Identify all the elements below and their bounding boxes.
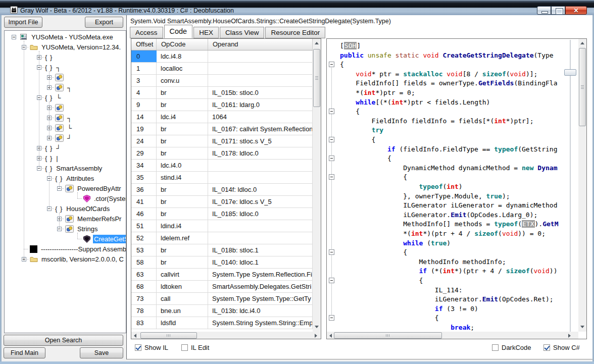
il-row-36[interactable]: 36brIL_014f: ldloc.0 bbox=[131, 184, 313, 196]
il-row-1[interactable]: 1localloc bbox=[131, 63, 313, 75]
find-main-button[interactable]: Find Main bbox=[4, 347, 45, 358]
il-row-63[interactable]: 63callvirtSystem.Type System.Reflection.… bbox=[131, 269, 313, 281]
il-row-58[interactable]: 58brIL_0140: ldloc.1 bbox=[131, 256, 313, 269]
il-row-0[interactable]: 0ldc.i4.8 bbox=[131, 50, 313, 63]
tree-item[interactable] bbox=[5, 72, 68, 82]
code-horizontal-scrollbar[interactable] bbox=[327, 332, 578, 339]
fold-collapse-icon[interactable] bbox=[329, 278, 334, 283]
il-hscroll-thumb[interactable] bbox=[140, 332, 197, 339]
il-row-19[interactable]: 19brIL_0167: callvirt System.Reflection.… bbox=[131, 123, 313, 135]
il-edit-checkbox[interactable]: IL Edit bbox=[181, 344, 209, 351]
checkbox-box[interactable] bbox=[181, 344, 188, 351]
tree-item-creategets[interactable]: CreateGetS bbox=[5, 234, 126, 244]
title-bar[interactable]: Gray Wolf - Beta - 6/2012 - v1.88 - Runt… bbox=[0, 0, 594, 15]
il-row-68[interactable]: 68ldtokenSmartAssembly.Delegates.GetStri bbox=[131, 281, 313, 293]
code-vertical-scrollbar[interactable] bbox=[578, 39, 586, 332]
code-vscroll-thumb[interactable] bbox=[579, 48, 586, 126]
tree-item-yusometa-version-12-34[interactable]: YUSoMeta, Version=12.34. bbox=[5, 42, 122, 52]
column-header-operand[interactable]: Operand bbox=[208, 39, 313, 50]
minimize-button[interactable] bbox=[537, 6, 551, 15]
tree-item-yusometa-yusometa-exe[interactable]: YUSoMeta - YUSoMeta.exe bbox=[5, 32, 114, 42]
il-row-3[interactable]: 3conv.u bbox=[131, 75, 313, 87]
opcode-cell: br bbox=[157, 123, 208, 135]
il-vertical-scrollbar[interactable] bbox=[313, 39, 321, 332]
fold-collapse-icon[interactable] bbox=[329, 315, 334, 321]
tab-class-view[interactable]: Class View bbox=[220, 27, 265, 38]
tree-item-support-assemb[interactable]: -----------------Support Assemb bbox=[5, 244, 126, 254]
import-file-button[interactable]: Import File bbox=[4, 17, 42, 28]
il-horizontal-scrollbar[interactable] bbox=[131, 332, 321, 339]
fold-collapse-icon[interactable] bbox=[329, 174, 334, 180]
save-button[interactable]: Save bbox=[80, 347, 123, 358]
il-row-9[interactable]: 9brIL_0161: ldarg.0 bbox=[131, 99, 313, 111]
il-row-35[interactable]: 35stind.i4 bbox=[131, 172, 313, 184]
tree-item-strings[interactable]: Strings bbox=[5, 224, 98, 234]
tree-item-houseofcards[interactable]: { }HouseOfCards bbox=[5, 203, 111, 214]
scroll-right-icon[interactable] bbox=[315, 334, 317, 338]
code-mini-splitter-thumb[interactable] bbox=[564, 69, 576, 76]
il-row-52[interactable]: 52ldelem.ref bbox=[131, 232, 313, 244]
close-button[interactable]: ✕ bbox=[565, 6, 587, 15]
tree-item[interactable] bbox=[5, 102, 68, 113]
checkbox-box[interactable] bbox=[492, 344, 499, 351]
column-header-opcode[interactable]: OpCode bbox=[157, 39, 208, 50]
checkbox-label: IL Edit bbox=[191, 344, 209, 351]
tree-item-[interactable]: { }| bbox=[5, 153, 59, 163]
fold-collapse-icon[interactable] bbox=[329, 137, 334, 142]
export-button[interactable]: Export bbox=[85, 17, 123, 28]
opcode-cell: ldc.i4 bbox=[157, 111, 208, 123]
class-icon bbox=[55, 114, 64, 122]
tab-hex[interactable]: HEX bbox=[193, 27, 219, 38]
code-line: { bbox=[340, 107, 563, 116]
scroll-up-icon[interactable] bbox=[315, 42, 319, 44]
scroll-down-icon[interactable] bbox=[315, 326, 319, 328]
fold-collapse-icon[interactable] bbox=[329, 249, 334, 255]
assembly-tree[interactable]: YUSoMeta - YUSoMeta.exeYUSoMeta, Version… bbox=[4, 30, 126, 333]
fold-collapse-icon[interactable] bbox=[329, 155, 334, 161]
csharp-code-panel[interactable]: [SOH]public unsafe static void CreateGet… bbox=[326, 38, 587, 339]
il-row-46[interactable]: 46brIL_0185: ldloc.0 bbox=[131, 208, 313, 220]
tree-item-[interactable]: { }┐ bbox=[5, 62, 62, 72]
fold-collapse-icon[interactable] bbox=[329, 62, 334, 67]
tab-code[interactable]: Code bbox=[164, 25, 193, 38]
tree-item-mscorlib-version-2-0-0-0-c[interactable]: mscorlib, Version=2.0.0.0, C bbox=[5, 254, 125, 264]
il-row-73[interactable]: 73callSystem.Type System.Type::GetTy bbox=[131, 293, 313, 305]
fold-collapse-icon[interactable] bbox=[329, 109, 334, 114]
il-row-14[interactable]: 14ldc.i41064 bbox=[131, 111, 313, 123]
tree-guide-line bbox=[77, 192, 78, 198]
scroll-up-icon[interactable] bbox=[580, 42, 584, 44]
il-row-29[interactable]: 29brIL_0178: ldloc.0 bbox=[131, 147, 313, 160]
offset-cell: 63 bbox=[131, 269, 157, 281]
column-header-offset[interactable]: Offset bbox=[131, 39, 157, 50]
show-il-checkbox[interactable]: Show IL bbox=[135, 344, 168, 351]
tab-access[interactable]: Access bbox=[130, 27, 163, 38]
open-search-button[interactable]: Open Search bbox=[4, 335, 123, 346]
il-row-83[interactable]: 83ldsfldSystem.String System.String::Emp… bbox=[131, 317, 313, 329]
collapse-icon[interactable] bbox=[12, 35, 16, 39]
scroll-left-icon[interactable] bbox=[134, 334, 136, 338]
il-row-41[interactable]: 41brIL_017e: ldloc.s V_5 bbox=[131, 196, 313, 208]
darkcode-checkbox[interactable]: DarkCode bbox=[492, 344, 531, 351]
maximize-button[interactable] bbox=[551, 6, 565, 15]
tree-item-[interactable]: { }┘ bbox=[5, 143, 62, 153]
il-row-78[interactable]: 78bne.unIL_013b: ldc.i4.0 bbox=[131, 305, 313, 317]
il-vscroll-thumb[interactable] bbox=[313, 49, 320, 107]
il-row-24[interactable]: 24brIL_0171: stloc.s V_5 bbox=[131, 135, 313, 147]
tree-item[interactable]: { } bbox=[5, 52, 57, 62]
tree-item-smartassembly[interactable]: { }SmartAssembly bbox=[5, 163, 103, 173]
code-hscroll-thumb[interactable] bbox=[334, 332, 442, 339]
il-row-34[interactable]: 34ldc.i4.0 bbox=[131, 160, 313, 172]
scroll-down-icon[interactable] bbox=[580, 326, 584, 328]
il-row-53[interactable]: 53brIL_018b: stloc.1 bbox=[131, 244, 313, 256]
operand-cell: SmartAssembly.Delegates.GetStri bbox=[208, 281, 313, 293]
scroll-right-icon[interactable] bbox=[568, 334, 571, 338]
tree-item-ctor-syster[interactable]: .ctor(Syster bbox=[5, 193, 126, 203]
checkbox-box[interactable] bbox=[543, 344, 550, 351]
scroll-left-icon[interactable] bbox=[329, 334, 332, 338]
tab-resource-editor[interactable]: Resource Editor bbox=[265, 27, 325, 38]
il-row-51[interactable]: 51ldind.i4 bbox=[131, 220, 313, 232]
show-csharp-checkbox[interactable]: Show C# bbox=[543, 344, 580, 351]
tree-item-[interactable]: { }└ bbox=[5, 92, 62, 102]
il-row-4[interactable]: 4brIL_015b: stloc.0 bbox=[131, 87, 313, 99]
checkbox-box[interactable] bbox=[135, 344, 141, 351]
